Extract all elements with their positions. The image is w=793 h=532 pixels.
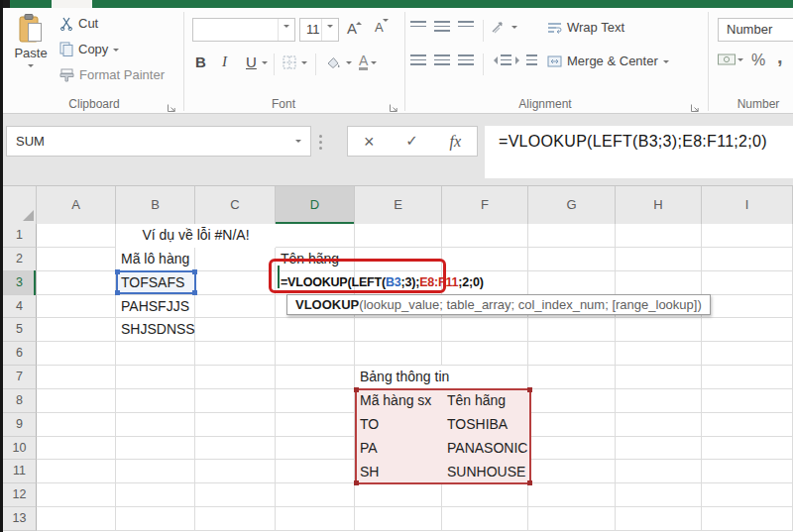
range-handle[interactable]	[527, 387, 532, 392]
column-header-E[interactable]: E	[355, 186, 442, 224]
shrink-font-button[interactable]: A	[375, 20, 391, 35]
cell-I13[interactable]	[702, 507, 793, 531]
cell-B13[interactable]	[116, 507, 195, 531]
cell-I12[interactable]	[702, 483, 793, 507]
column-header-I[interactable]: I	[702, 186, 793, 224]
cell-E6[interactable]	[355, 342, 442, 366]
cell-D7[interactable]	[276, 366, 355, 389]
cell-H10[interactable]	[616, 437, 702, 461]
cell-B6[interactable]	[116, 342, 195, 366]
cell-G9[interactable]	[528, 413, 616, 437]
cell-H11[interactable]	[616, 460, 702, 483]
cell-B9[interactable]	[116, 413, 195, 437]
row-header-13[interactable]: 13	[3, 507, 37, 531]
cell-D9[interactable]	[276, 413, 355, 437]
borders-button[interactable]	[283, 55, 307, 69]
underline-dropdown[interactable]	[262, 61, 268, 67]
percent-style-button[interactable]: %	[751, 52, 765, 69]
column-header-D[interactable]: D	[276, 186, 355, 224]
enter-button[interactable]: ✓	[405, 134, 418, 149]
cell-C4[interactable]	[195, 295, 276, 319]
cell-B12[interactable]	[116, 483, 195, 507]
bottom-align-button[interactable]	[458, 21, 474, 29]
increase-indent-button[interactable]	[515, 54, 537, 65]
selection-handle[interactable]	[115, 269, 120, 274]
accounting-format-button[interactable]	[718, 53, 743, 65]
underline-button[interactable]: U	[246, 53, 268, 70]
cell-A5[interactable]	[37, 318, 116, 342]
fill-color-button[interactable]	[325, 55, 352, 69]
wrap-text-button[interactable]: Wrap Text	[547, 20, 624, 35]
comma-style-button[interactable]: ,	[777, 52, 783, 61]
cell-F2[interactable]	[442, 248, 528, 271]
cell-A3[interactable]	[37, 271, 116, 295]
cell-G13[interactable]	[528, 507, 616, 531]
cell-E1[interactable]	[355, 224, 442, 248]
active-tab-home-notch[interactable]	[52, 0, 92, 8]
copy-button[interactable]: Copy	[59, 42, 119, 56]
cell-A12[interactable]	[37, 483, 116, 507]
cell-G1[interactable]	[528, 224, 616, 248]
cell-D1[interactable]	[276, 224, 355, 248]
cell-G3[interactable]	[528, 271, 616, 295]
column-header-F[interactable]: F	[442, 186, 528, 224]
cell-D10[interactable]	[276, 437, 355, 461]
column-header-A[interactable]: A	[37, 186, 116, 224]
cell-F12[interactable]	[442, 483, 528, 507]
cell-E12[interactable]	[355, 483, 442, 507]
cell-F6[interactable]	[442, 342, 528, 366]
cell-E5[interactable]	[355, 318, 442, 342]
cell-A9[interactable]	[37, 413, 116, 437]
name-box-dropdown[interactable]	[295, 140, 301, 146]
cell-H6[interactable]	[616, 342, 702, 366]
cell-A2[interactable]	[37, 248, 116, 271]
accounting-dropdown[interactable]	[737, 58, 743, 64]
cell-A1[interactable]	[37, 224, 116, 248]
cell-B2[interactable]	[116, 248, 195, 271]
grow-font-button[interactable]: A	[347, 20, 364, 37]
cancel-button[interactable]: ×	[364, 133, 375, 151]
merge-center-dropdown[interactable]	[663, 60, 669, 66]
cell-I9[interactable]	[702, 413, 793, 437]
cell-I1[interactable]	[702, 224, 793, 248]
font-color-dropdown[interactable]	[371, 61, 377, 67]
paste-button[interactable]: Paste	[8, 14, 54, 93]
cell-B7[interactable]	[116, 366, 195, 389]
cell-A11[interactable]	[37, 460, 116, 483]
cell-I5[interactable]	[702, 318, 793, 342]
cell-E7[interactable]	[355, 366, 442, 389]
cell-H8[interactable]	[616, 389, 702, 413]
cell-I2[interactable]	[702, 248, 793, 271]
cell-C11[interactable]	[195, 460, 276, 483]
paste-dropdown-arrow[interactable]	[28, 64, 34, 70]
align-left-button[interactable]	[410, 54, 426, 65]
cell-E13[interactable]	[355, 507, 442, 531]
cell-D13[interactable]	[276, 507, 355, 531]
selection-handle[interactable]	[192, 290, 197, 295]
cell-D2[interactable]	[276, 248, 355, 271]
middle-align-button[interactable]	[434, 21, 450, 32]
cell-G10[interactable]	[528, 437, 616, 461]
cell-D11[interactable]	[276, 460, 355, 483]
cell-I6[interactable]	[702, 342, 793, 366]
align-right-button[interactable]	[458, 54, 474, 65]
top-align-button[interactable]	[410, 21, 426, 29]
insert-function-button[interactable]: fx	[450, 133, 462, 151]
orientation-button[interactable]	[491, 20, 517, 34]
editing-cell-formula[interactable]: =VLOOKUP(LEFT(B3;3);E8:F11;2;0)	[281, 271, 484, 294]
font-name-combo[interactable]	[192, 18, 295, 42]
cell-A7[interactable]	[37, 366, 116, 389]
cell-B1[interactable]	[116, 224, 195, 248]
select-all-button[interactable]	[3, 186, 37, 224]
font-dialog-launcher[interactable]	[389, 99, 398, 109]
cell-G2[interactable]	[528, 248, 616, 271]
row-header-2[interactable]: 2	[3, 248, 37, 271]
cell-C5[interactable]	[195, 318, 276, 342]
cell-C2[interactable]	[195, 248, 276, 271]
range-handle[interactable]	[527, 480, 532, 485]
selection-handle[interactable]	[115, 290, 120, 295]
cell-B11[interactable]	[116, 460, 195, 483]
cell-H9[interactable]	[616, 413, 702, 437]
orientation-dropdown[interactable]	[511, 26, 517, 32]
font-name-dropdown[interactable]	[278, 19, 294, 41]
